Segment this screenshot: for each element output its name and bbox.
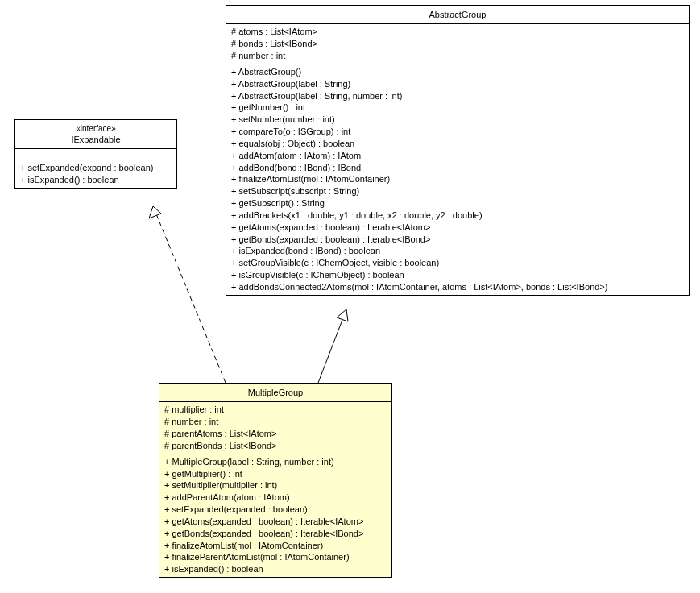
methods-section: + MultipleGroup(label : String, number :… (159, 454, 391, 577)
method-row: + getNumber() : int (231, 102, 684, 114)
realization-arrowhead (149, 206, 161, 218)
method-row: + finalizeAtomList(mol : IAtomContainer) (231, 173, 684, 185)
realization-line (153, 206, 226, 383)
method-row: + finalizeAtomList(mol : IAtomContainer) (164, 540, 387, 552)
class-name: AbstractGroup (233, 9, 682, 20)
method-row: + getAtoms(expanded : boolean) : Iterabl… (164, 516, 387, 528)
methods-section: + setExpanded(expand : boolean) + isExpa… (15, 160, 176, 188)
method-row: + MultipleGroup(label : String, number :… (164, 456, 387, 468)
method-row: + isExpanded(bond : IBond) : boolean (231, 245, 684, 257)
method-row: + addParentAtom(atom : IAtom) (164, 491, 387, 504)
method-row: + addBond(bond : IBond) : IBond (231, 162, 684, 174)
generalization-arrowhead (337, 309, 348, 321)
class-title: MultipleGroup (159, 384, 391, 402)
class-title: AbstractGroup (226, 6, 689, 24)
method-row: + setExpanded(expanded : boolean) (164, 504, 387, 516)
method-row: + getAtoms(expanded : boolean) : Iterabl… (231, 222, 684, 234)
method-row: + setMultiplier(multiplier : int) (164, 479, 387, 491)
attributes-section (15, 149, 176, 160)
method-row: + addAtom(atom : IAtom) : IAtom (231, 150, 684, 162)
method-row: + isExpanded() : boolean (164, 563, 387, 575)
attribute-row: # multiplier : int (164, 404, 387, 416)
attributes-section: # atoms : List<IAtom> # bonds : List<IBo… (226, 24, 689, 64)
method-row: + AbstractGroup(label : String, number :… (231, 90, 684, 102)
class-abstractgroup: AbstractGroup # atoms : List<IAtom> # bo… (226, 5, 690, 296)
generalization-line (318, 309, 346, 383)
method-row: + setExpanded(expand : boolean) (20, 162, 172, 174)
method-row: + addBrackets(x1 : double, y1 : double, … (231, 209, 684, 222)
attribute-row: # parentAtoms : List<IAtom> (164, 428, 387, 440)
method-row: + getMultiplier() : int (164, 468, 387, 480)
method-row: + AbstractGroup() (231, 66, 684, 78)
method-row: + equals(obj : Object) : boolean (231, 138, 684, 150)
method-row: + setGroupVisible(c : IChemObject, visib… (231, 257, 684, 269)
method-row: + AbstractGroup(label : String) (231, 78, 684, 90)
methods-section: + AbstractGroup() + AbstractGroup(label … (226, 64, 689, 295)
class-title: «interface» IExpandable (15, 120, 176, 149)
method-row: + getBonds(expanded : boolean) : Iterabl… (231, 234, 684, 246)
method-row: + setSubscript(subscript : String) (231, 185, 684, 197)
attribute-row: # parentBonds : List<IBond> (164, 440, 387, 452)
method-row: + getBonds(expanded : boolean) : Iterabl… (164, 528, 387, 540)
attribute-row: # number : int (231, 50, 684, 62)
class-name: IExpandable (22, 134, 170, 145)
method-row: + isExpanded() : boolean (20, 174, 172, 186)
attribute-row: # atoms : List<IAtom> (231, 26, 684, 38)
method-row: + compareTo(o : ISGroup) : int (231, 126, 684, 138)
method-row: + addBondsConnected2Atoms(mol : IAtomCon… (231, 281, 684, 293)
method-row: + getSubscript() : String (231, 197, 684, 209)
class-multiplegroup: MultipleGroup # multiplier : int # numbe… (159, 383, 392, 578)
stereotype-label: «interface» (22, 123, 170, 134)
method-row: + isGroupVisible(c : IChemObject) : bool… (231, 269, 684, 281)
class-name: MultipleGroup (166, 387, 385, 398)
attribute-row: # number : int (164, 416, 387, 428)
method-row: + setNumber(number : int) (231, 114, 684, 126)
method-row: + finalizeParentAtomList(mol : IAtomCont… (164, 551, 387, 563)
attributes-section: # multiplier : int # number : int # pare… (159, 402, 391, 454)
attribute-row: # bonds : List<IBond> (231, 38, 684, 50)
class-iexpandable: «interface» IExpandable + setExpanded(ex… (14, 119, 177, 189)
